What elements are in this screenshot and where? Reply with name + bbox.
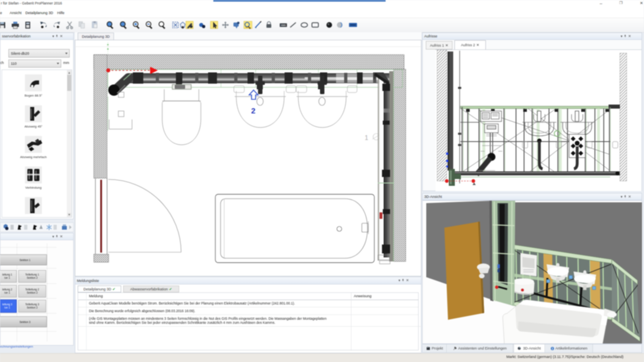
svg-text:leitung 2: leitung 2	[2, 288, 12, 291]
svg-text:1: 1	[365, 134, 368, 141]
svg-text:Teilleitung 2: Teilleitung 2	[25, 288, 39, 291]
svg-text:ion 1: ion 1	[4, 276, 10, 279]
svg-text:Abzweig 45°: Abzweig 45°	[25, 125, 43, 128]
svg-text:Sektion 2: Sektion 2	[27, 291, 37, 294]
svg-text:Abzweig mehrfach: Abzweig mehrfach	[20, 155, 47, 159]
svg-text:Teilleitung 3: Teilleitung 3	[25, 303, 39, 306]
svg-text:Teilleitung 1: Teilleitung 1	[25, 273, 39, 276]
svg-text:Sektion 3: Sektion 3	[19, 321, 30, 323]
svg-text:Sektion 1: Sektion 1	[19, 259, 30, 261]
svg-text:leitung 1: leitung 1	[2, 273, 12, 276]
svg-text:Sektion 2: Sektion 2	[27, 306, 37, 309]
svg-text:ion 1: ion 1	[4, 306, 10, 309]
svg-text:Bogen 88.5°: Bogen 88.5°	[25, 94, 42, 97]
svg-text:ion 1: ion 1	[4, 291, 10, 294]
svg-text:Verbindung: Verbindung	[25, 186, 41, 189]
svg-text:2: 2	[251, 107, 256, 115]
svg-text:Sektion 2: Sektion 2	[27, 276, 37, 279]
svg-text:leitung 3: leitung 3	[2, 303, 12, 306]
svg-text:mm: mm	[281, 24, 286, 27]
